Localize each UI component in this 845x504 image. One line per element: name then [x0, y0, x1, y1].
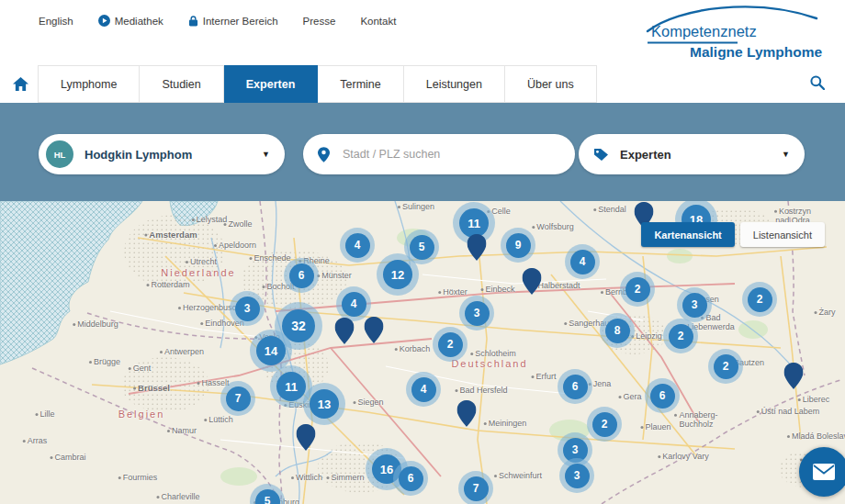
- map-city-label: Lille: [35, 409, 54, 419]
- map-cluster[interactable]: 4: [565, 244, 600, 279]
- nav-tabs: LymphomeStudienExpertenTermineLeistungen…: [38, 65, 597, 103]
- map-cluster-count: 4: [411, 377, 436, 402]
- tab-lymphome[interactable]: Lymphome: [38, 65, 140, 103]
- map-pin-marker[interactable]: [468, 234, 487, 261]
- lock-icon: [188, 15, 198, 27]
- map-pin-marker[interactable]: [457, 400, 477, 427]
- map-cluster[interactable]: 7: [458, 471, 493, 504]
- map-city-label: Zwolle: [223, 219, 252, 229]
- map-cluster[interactable]: 2: [433, 327, 468, 362]
- tab-termine[interactable]: Termine: [318, 65, 403, 103]
- map-cluster-count: 2: [625, 277, 650, 302]
- map-cluster[interactable]: 2: [663, 319, 698, 353]
- map-cluster[interactable]: 9: [501, 228, 535, 263]
- map-place-dot: [156, 496, 159, 498]
- result-type-value: Experten: [620, 148, 671, 162]
- map-place-dot: [494, 475, 497, 477]
- chevron-down-icon: ▼: [262, 150, 270, 159]
- home-button[interactable]: [13, 77, 28, 91]
- map-cluster[interactable]: 3: [459, 296, 494, 330]
- map-cluster[interactable]: 12: [377, 253, 419, 296]
- map-city-label: Gent: [129, 364, 152, 373]
- topbar-link-label: Interner Bereich: [203, 16, 278, 27]
- map-cluster[interactable]: 6: [558, 369, 592, 404]
- map-place-dot: [757, 410, 760, 413]
- map-place-dot: [133, 386, 136, 389]
- map-cluster[interactable]: 2: [620, 272, 655, 307]
- view-button-listenansicht[interactable]: Listenansicht: [740, 222, 825, 247]
- location-search-input[interactable]: [341, 147, 562, 162]
- map-cluster[interactable]: 2: [742, 282, 777, 317]
- map-place-dot: [223, 223, 226, 226]
- map-place-dot: [146, 284, 149, 286]
- map-cluster[interactable]: 6: [284, 258, 319, 293]
- map-place-dot: [395, 348, 398, 351]
- map-place-dot: [197, 382, 199, 385]
- map-city-label: Utrecht: [186, 257, 217, 266]
- map-cluster-count: 3: [235, 297, 260, 321]
- map-canvas[interactable]: NiederlandeBelgienDeutschlandAmsterdamLe…: [0, 201, 845, 504]
- map-place-dot: [798, 398, 801, 401]
- map-cluster-count: 12: [383, 260, 412, 289]
- logo-line1: Kompetenznetz: [651, 23, 757, 39]
- topbar-link-mediathek[interactable]: Mediathek: [98, 15, 163, 27]
- map-cluster[interactable]: 3: [559, 458, 594, 493]
- map-city-label: Amsterdam: [144, 230, 197, 240]
- map-cluster[interactable]: 2: [708, 349, 743, 384]
- view-button-kartenansicht[interactable]: Kartenansicht: [641, 222, 734, 247]
- map-pin-marker[interactable]: [523, 268, 542, 295]
- map-cluster-count: 2: [669, 324, 693, 349]
- map-cluster-count: 3: [465, 301, 490, 326]
- map-city-label: Lüttich: [204, 415, 233, 424]
- map-cluster[interactable]: 4: [406, 372, 441, 407]
- map-place-dot: [674, 414, 677, 417]
- map-city-label: Plauen: [640, 422, 670, 431]
- map-cluster[interactable]: 3: [230, 291, 265, 326]
- map-city-label: Korbach: [395, 344, 431, 353]
- map-cluster[interactable]: 3: [677, 287, 712, 322]
- map-place-dot: [23, 440, 26, 442]
- map-cluster[interactable]: 6: [393, 461, 428, 496]
- tab-experten[interactable]: Experten: [224, 65, 319, 103]
- map-city-label: Annaberg-Buchholz: [670, 410, 722, 430]
- map-pin-marker[interactable]: [297, 424, 316, 451]
- search-button[interactable]: [810, 75, 825, 94]
- map-city-label: Mladá Boleslav: [787, 431, 845, 441]
- map-cluster[interactable]: 7: [220, 381, 255, 416]
- topbar-link-english[interactable]: English: [39, 16, 73, 27]
- map-cluster-count: 4: [345, 233, 370, 258]
- tab-studien[interactable]: Studien: [140, 65, 223, 103]
- map-place-dot: [118, 476, 121, 479]
- topbar-link-presse[interactable]: Presse: [303, 16, 336, 27]
- map-cluster-count: 6: [399, 466, 423, 491]
- map-pin-marker[interactable]: [335, 318, 355, 344]
- topbar-link-label: Kontakt: [360, 16, 396, 27]
- site-logo[interactable]: Kompetenznetz Maligne Lymphome: [644, 4, 823, 64]
- map-place-dot: [601, 291, 603, 294]
- result-type-select[interactable]: Experten ▼: [579, 134, 805, 174]
- map-pin-marker[interactable]: [784, 363, 804, 389]
- map-cluster-count: 6: [289, 263, 314, 288]
- map-city-label: Apeldoorn: [214, 241, 256, 250]
- contact-fab-button[interactable]: [799, 447, 845, 497]
- map-cluster[interactable]: 8: [600, 313, 635, 348]
- map-place-dot: [593, 208, 596, 211]
- map-place-dot: [640, 426, 643, 429]
- map-cluster-count: 3: [565, 464, 590, 488]
- map-cluster[interactable]: 13: [303, 383, 345, 425]
- tab-über-uns[interactable]: Über uns: [505, 65, 597, 103]
- map-city-label: Rotterdam: [146, 280, 189, 289]
- map-cluster[interactable]: 2: [587, 407, 622, 442]
- tab-leistungen[interactable]: Leistungen: [404, 65, 505, 103]
- topbar-link-kontakt[interactable]: Kontakt: [360, 16, 396, 27]
- map-city-label: Simmern: [326, 473, 364, 482]
- map-cluster-count: 2: [748, 287, 772, 312]
- topbar-link-interner-bereich[interactable]: Interner Bereich: [188, 15, 278, 27]
- disease-select[interactable]: HL Hodgkin Lymphom ▼: [39, 134, 285, 174]
- map-cluster[interactable]: 4: [340, 228, 375, 263]
- map-place-dot: [658, 455, 660, 458]
- disease-badge: HL: [46, 140, 73, 168]
- map-pin-marker[interactable]: [365, 317, 384, 343]
- map-cluster[interactable]: 6: [645, 378, 680, 413]
- map-place-dot: [160, 351, 163, 353]
